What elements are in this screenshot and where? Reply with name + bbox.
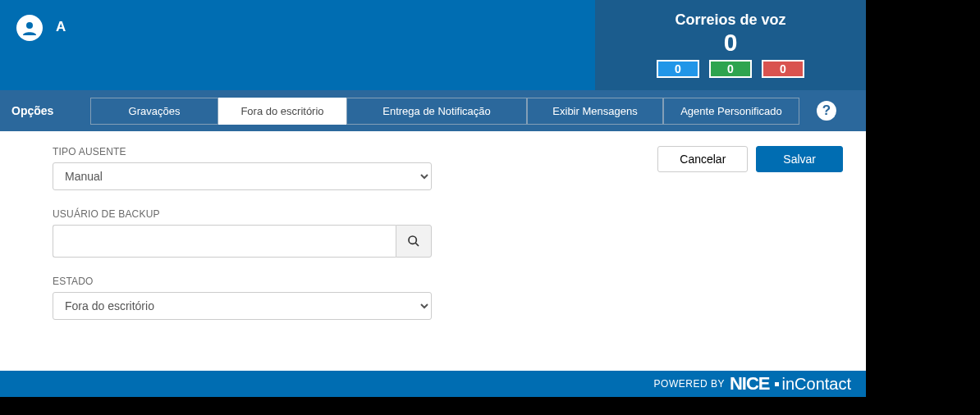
footer-brand-nice: NICE xyxy=(730,373,770,394)
counter-green[interactable]: 0 xyxy=(709,60,752,78)
footer-brand-incontact: inContact xyxy=(782,375,852,394)
content-area: Cancelar Salvar TIPO AUSENTE Manual USUÁ… xyxy=(0,131,866,371)
user-icon xyxy=(20,18,39,38)
backup-user-label: USUÁRIO DE BACKUP xyxy=(53,208,432,220)
counter-blue[interactable]: 0 xyxy=(657,60,699,78)
absence-type-label: TIPO AUSENTE xyxy=(53,146,432,157)
form-group-state: ESTADO Fora do escritório xyxy=(53,276,432,320)
voicemail-count: 0 xyxy=(724,29,738,57)
save-button[interactable]: Salvar xyxy=(756,146,843,172)
voicemail-title: Correios de voz xyxy=(675,11,785,29)
tab-show-messages[interactable]: Exibir Mensagens xyxy=(527,98,663,125)
counter-red[interactable]: 0 xyxy=(762,60,804,78)
voicemail-panel: Correios de voz 0 0 0 0 xyxy=(595,0,866,90)
tab-recordings[interactable]: Gravações xyxy=(90,98,218,125)
counter-row: 0 0 0 xyxy=(657,60,804,78)
svg-point-1 xyxy=(26,22,33,29)
tab-out-of-office[interactable]: Fora do escritório xyxy=(218,98,346,125)
avatar[interactable] xyxy=(16,15,43,41)
form-group-backup-user: USUÁRIO DE BACKUP xyxy=(53,208,432,258)
user-initial: A xyxy=(56,19,66,35)
nav-label: Opções xyxy=(11,104,90,117)
backup-user-input-group xyxy=(53,225,432,258)
svg-line-3 xyxy=(415,243,419,246)
app-container: A Correios de voz 0 0 0 0 Opções Gravaçõ… xyxy=(0,0,866,397)
absence-type-select[interactable]: Manual xyxy=(53,162,432,190)
footer: POWERED BY NICE inContact xyxy=(0,371,866,397)
tab-notification-delivery[interactable]: Entrega de Notificação xyxy=(346,98,527,125)
backup-user-search-button[interactable] xyxy=(396,225,432,258)
cancel-button[interactable]: Cancelar xyxy=(657,146,748,172)
footer-dot-icon xyxy=(775,382,779,386)
header-left: A xyxy=(0,0,595,90)
header: A Correios de voz 0 0 0 0 xyxy=(0,0,866,90)
search-icon xyxy=(407,235,420,248)
state-label: ESTADO xyxy=(53,276,432,287)
footer-powered-by: POWERED BY xyxy=(654,378,725,390)
form-group-absence-type: TIPO AUSENTE Manual xyxy=(53,146,432,190)
state-select[interactable]: Fora do escritório xyxy=(53,292,432,320)
nav-bar: Opções Gravações Fora do escritório Entr… xyxy=(0,90,866,131)
action-buttons: Cancelar Salvar xyxy=(657,146,843,172)
svg-point-2 xyxy=(409,236,416,244)
tabs-container: Gravações Fora do escritório Entrega de … xyxy=(90,98,799,125)
backup-user-input[interactable] xyxy=(53,225,396,258)
tab-impersonated-agent[interactable]: Agente Personificado xyxy=(663,98,799,125)
help-icon[interactable]: ? xyxy=(817,101,836,121)
